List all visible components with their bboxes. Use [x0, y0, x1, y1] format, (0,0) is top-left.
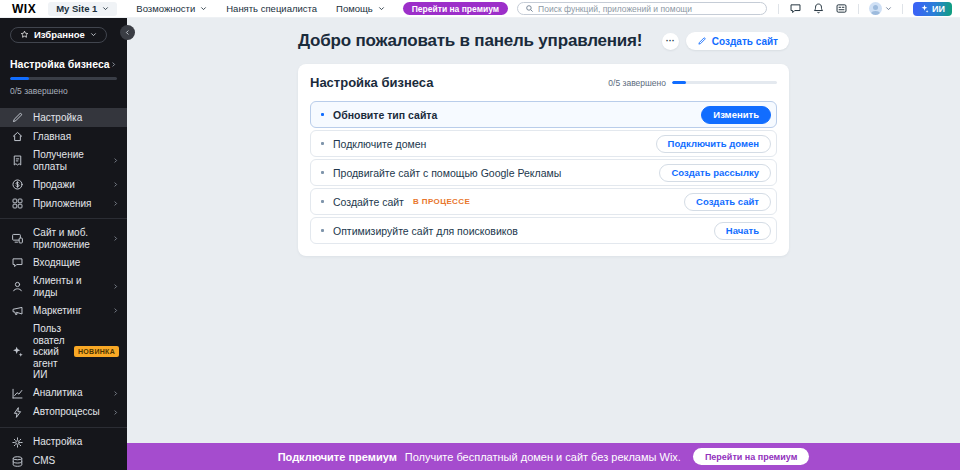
main-content: Добро пожаловать в панель управления! ··…: [127, 18, 960, 443]
task-create-site-button[interactable]: Создать сайт: [684, 193, 771, 211]
sidebar-collapse-button[interactable]: [120, 25, 135, 40]
sidebar-item-home[interactable]: Главная: [0, 127, 127, 146]
lightning-icon: [11, 406, 24, 419]
sidebar-item-label: Получение оплаты: [33, 149, 103, 172]
sidebar-item-settings[interactable]: Настройка: [0, 433, 127, 452]
sidebar-item-marketing[interactable]: Маркетинг: [0, 301, 127, 320]
search-input[interactable]: [538, 4, 759, 14]
top-header: WIX My Site 1 Возможности Нанять специал…: [0, 0, 960, 18]
task-promote-google-ads[interactable]: Продвигайте сайт с помощью Google Реклам…: [310, 159, 777, 186]
task-connect-domain[interactable]: Подключите домен Подключить домен: [310, 130, 777, 157]
ai-assistant-button[interactable]: ИИ: [913, 2, 952, 16]
premium-banner-title: Подключите премиум: [278, 451, 397, 463]
task-label: Обновите тип сайта: [333, 109, 437, 121]
sidebar-nav: Настройка Главная Получение оплаты Прода…: [0, 105, 127, 470]
bullet-dot: [321, 229, 324, 232]
site-selector[interactable]: My Site 1: [48, 2, 117, 16]
sidebar-item-sales[interactable]: Продажи: [0, 175, 127, 194]
sales-icon: [11, 178, 24, 191]
premium-banner-button[interactable]: Перейти на премиум: [693, 448, 809, 465]
bullet-dot: [321, 142, 324, 145]
sidebar-item-get-paid[interactable]: Получение оплаты: [0, 146, 127, 175]
chevron-down-icon: [102, 5, 109, 12]
new-badge: НОВИНКА: [74, 346, 119, 357]
nav-item-features[interactable]: Возможности: [136, 3, 207, 14]
favorites-dropdown[interactable]: Избранное: [10, 27, 107, 43]
task-label: Оптимизируйте сайт для поисковиков: [333, 225, 518, 237]
sidebar-item-label: Аналитика: [33, 387, 103, 399]
chevron-left-icon: [124, 28, 131, 37]
header-icons: ИИ: [778, 2, 952, 16]
sidebar-item-label: Автопроцессы: [33, 406, 103, 418]
card-title: Настройка бизнеса: [310, 75, 608, 90]
quick-actions-icon[interactable]: [835, 2, 848, 15]
search-icon: [525, 4, 534, 13]
divider: [0, 427, 127, 428]
chevron-down-icon: [885, 5, 892, 12]
card-progress-label: 0/5 завершено: [608, 78, 666, 88]
sidebar-item-analytics[interactable]: Аналитика: [0, 384, 127, 403]
wix-logo: WIX: [12, 2, 36, 16]
premium-banner: Подключите премиум Получите бесплатный д…: [127, 443, 960, 470]
divider: [858, 4, 859, 14]
task-change-button[interactable]: Изменить: [701, 106, 771, 124]
nav-item-features-label: Возможности: [136, 3, 195, 14]
sidebar-item-setup[interactable]: Настройка: [0, 108, 127, 127]
sidebar-item-automations[interactable]: Автопроцессы: [0, 403, 127, 422]
sidebar-item-cms[interactable]: CMS: [0, 452, 127, 470]
pencil-icon: [697, 36, 707, 46]
sidebar-item-label: Пользовательский агент ИИ: [33, 323, 65, 381]
notifications-bell-icon[interactable]: [812, 2, 825, 15]
nav-item-help[interactable]: Помощь: [336, 3, 385, 14]
avatar: [869, 2, 882, 15]
apps-grid-icon: [11, 197, 24, 210]
more-actions-button[interactable]: ···: [662, 33, 679, 50]
sidebar-item-label: Продажи: [33, 179, 103, 191]
sidebar-item-inbox[interactable]: Входящие: [0, 253, 127, 272]
setup-progress-label: 0/5 завершено: [10, 86, 117, 96]
create-site-button[interactable]: Создать сайт: [686, 32, 789, 50]
nav-item-hire-specialist[interactable]: Нанять специалиста: [226, 3, 317, 14]
task-create-site[interactable]: Создайте сайт В ПРОЦЕССЕ Создать сайт: [310, 188, 777, 215]
task-connect-domain-button[interactable]: Подключить домен: [656, 135, 771, 153]
task-label: Создайте сайт: [333, 196, 404, 208]
upgrade-premium-button[interactable]: Перейти на премиум: [403, 2, 508, 15]
sidebar-item-label: Настройка: [33, 112, 119, 124]
account-menu[interactable]: [869, 2, 892, 15]
nav-item-hire-specialist-label: Нанять специалиста: [226, 3, 317, 14]
sidebar-item-site-mobile-app[interactable]: Сайт и моб. приложение: [0, 224, 127, 253]
search-bar[interactable]: [517, 2, 767, 15]
sidebar-item-label: Входящие: [33, 257, 119, 269]
setup-progress-title: Настройка бизнеса: [10, 58, 110, 70]
chevron-right-icon: [112, 282, 119, 291]
contacts-icon: [11, 280, 24, 293]
setup-task-list: Обновите тип сайта Изменить Подключите д…: [310, 101, 777, 244]
gear-icon: [11, 436, 24, 449]
premium-banner-text: Получите бесплатный домен и сайт без рек…: [405, 451, 681, 463]
chat-icon[interactable]: [789, 2, 802, 15]
sidebar-item-label: Маркетинг: [33, 305, 103, 317]
setup-progress-track: [10, 77, 117, 80]
site-mobile-icon: [11, 232, 24, 245]
bullet-dot: [321, 200, 324, 203]
card-progress-fill: [672, 81, 686, 84]
task-optimize-seo[interactable]: Оптимизируйте сайт для поисковиков Начат…: [310, 217, 777, 244]
task-update-site-type[interactable]: Обновите тип сайта Изменить: [310, 101, 777, 128]
divider: [0, 218, 127, 219]
pen-icon: [11, 111, 24, 124]
sidebar-setup-progress[interactable]: Настройка бизнеса 0/5 завершено: [0, 50, 127, 105]
ai-agent-icon: [11, 345, 24, 358]
chevron-right-icon: [112, 389, 119, 398]
sidebar-item-ai-agent[interactable]: Пользовательский агент ИИ НОВИНКА: [0, 320, 127, 384]
ai-assistant-label: ИИ: [932, 4, 945, 14]
bullet-dot: [321, 171, 324, 174]
task-create-campaign-button[interactable]: Создать рассылку: [659, 164, 771, 182]
wix-dashboard: WIX My Site 1 Возможности Нанять специал…: [0, 0, 960, 470]
sidebar-item-contacts[interactable]: Клиенты и лиды: [0, 272, 127, 301]
task-start-button[interactable]: Начать: [714, 222, 771, 240]
sidebar-item-label: Клиенты и лиды: [33, 275, 103, 298]
in-progress-badge: В ПРОЦЕССЕ: [413, 197, 470, 206]
chevron-right-icon: [112, 306, 119, 315]
card-progress: 0/5 завершено: [608, 78, 777, 88]
sidebar-item-apps[interactable]: Приложения: [0, 194, 127, 213]
